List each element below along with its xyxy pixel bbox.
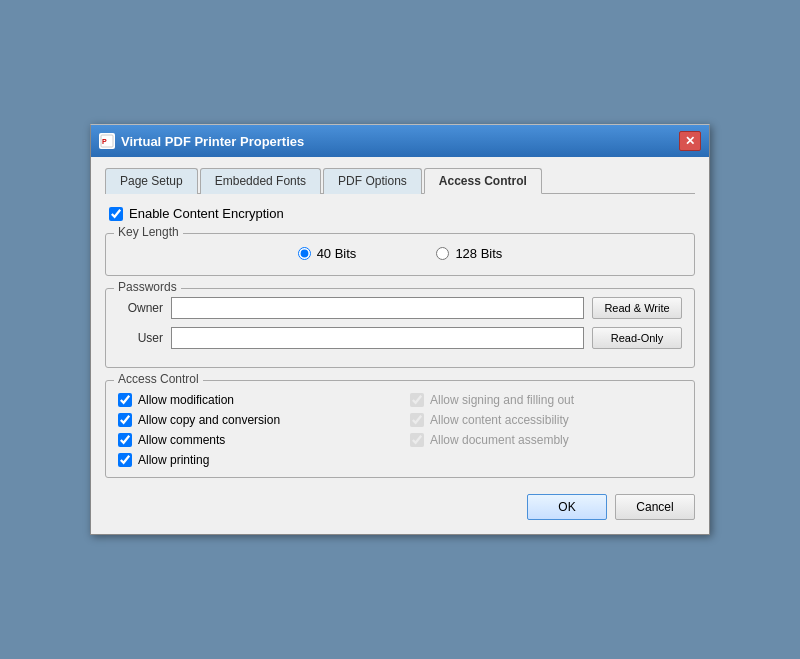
owner-input[interactable] [171,297,584,319]
user-btn[interactable]: Read-Only [592,327,682,349]
main-window: P Virtual PDF Printer Properties ✕ Page … [90,124,710,535]
ac-allow-copy-checkbox[interactable] [118,413,132,427]
radio-40bits: 40 Bits [298,246,357,261]
ac-allow-assembly: Allow document assembly [410,433,682,447]
owner-label: Owner [118,301,163,315]
ac-allow-assembly-checkbox[interactable] [410,433,424,447]
title-bar-left: P Virtual PDF Printer Properties [99,133,304,149]
window-body: Page Setup Embedded Fonts PDF Options Ac… [91,157,709,534]
encrypt-checkbox[interactable] [109,207,123,221]
window-title: Virtual PDF Printer Properties [121,134,304,149]
ac-allow-comments-checkbox[interactable] [118,433,132,447]
access-control-group: Access Control Allow modification Allow … [105,380,695,478]
ok-button[interactable]: OK [527,494,607,520]
footer: OK Cancel [105,494,695,520]
key-length-group: Key Length 40 Bits 128 Bits [105,233,695,276]
user-input[interactable] [171,327,584,349]
ac-allow-access-label: Allow content accessibility [430,413,569,427]
title-bar: P Virtual PDF Printer Properties ✕ [91,125,709,157]
ac-allow-sign-label: Allow signing and filling out [430,393,574,407]
ac-allow-print-label: Allow printing [138,453,209,467]
access-control-group-label: Access Control [114,372,203,386]
user-label: User [118,331,163,345]
ac-allow-mod-checkbox[interactable] [118,393,132,407]
radio-row: 40 Bits 128 Bits [118,242,682,265]
user-row: User Read-Only [118,327,682,349]
radio-128bits: 128 Bits [436,246,502,261]
key-length-group-label: Key Length [114,225,183,239]
tab-access-control[interactable]: Access Control [424,168,542,194]
radio-40bits-input[interactable] [298,247,311,260]
ac-allow-copy-label: Allow copy and conversion [138,413,280,427]
ac-allow-comments: Allow comments [118,433,390,447]
ac-allow-sign: Allow signing and filling out [410,393,682,407]
radio-128bits-label: 128 Bits [455,246,502,261]
tab-bar: Page Setup Embedded Fonts PDF Options Ac… [105,167,695,194]
close-button[interactable]: ✕ [679,131,701,151]
ac-allow-mod: Allow modification [118,393,390,407]
owner-btn[interactable]: Read & Write [592,297,682,319]
tab-embedded-fonts[interactable]: Embedded Fonts [200,168,321,194]
ac-allow-access: Allow content accessibility [410,413,682,427]
ac-allow-mod-label: Allow modification [138,393,234,407]
svg-text:P: P [102,138,107,145]
passwords-group-label: Passwords [114,280,181,294]
app-icon: P [99,133,115,149]
ac-allow-print-checkbox[interactable] [118,453,132,467]
ac-allow-print: Allow printing [118,453,390,467]
ac-allow-assembly-label: Allow document assembly [430,433,569,447]
tab-pdf-options[interactable]: PDF Options [323,168,422,194]
radio-40bits-label: 40 Bits [317,246,357,261]
ac-allow-access-checkbox[interactable] [410,413,424,427]
encrypt-row: Enable Content Encryption [109,206,695,221]
passwords-group: Passwords Owner Read & Write User Read-O… [105,288,695,368]
ac-allow-comments-label: Allow comments [138,433,225,447]
tab-page-setup[interactable]: Page Setup [105,168,198,194]
owner-row: Owner Read & Write [118,297,682,319]
ac-allow-copy: Allow copy and conversion [118,413,390,427]
ac-allow-sign-checkbox[interactable] [410,393,424,407]
cancel-button[interactable]: Cancel [615,494,695,520]
encrypt-label: Enable Content Encryption [129,206,284,221]
radio-128bits-input[interactable] [436,247,449,260]
access-control-grid: Allow modification Allow signing and fil… [118,389,682,467]
